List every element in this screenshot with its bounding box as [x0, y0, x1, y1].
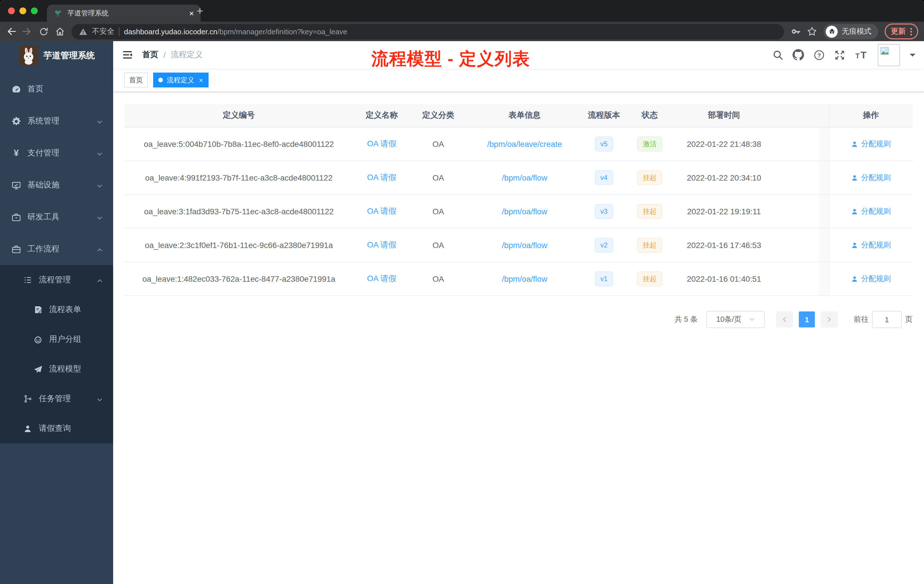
cell-form-link[interactable]: /bpm/oa/flow [502, 207, 548, 216]
goto-page-input[interactable] [872, 311, 902, 328]
chevron-down-icon [97, 214, 103, 223]
avatar-caret-icon[interactable] [910, 53, 916, 59]
browser-tab[interactable]: 芋道管理系统 × [47, 5, 201, 22]
sidebar-item-system[interactable]: 系统管理 [0, 105, 113, 137]
prev-page-button[interactable] [776, 312, 793, 327]
active-dot [158, 78, 163, 82]
chevron-up-icon [97, 277, 103, 286]
sidebar-logo[interactable]: 芋道管理系统 [0, 41, 113, 70]
sidebar-item-process-management[interactable]: 流程管理 [0, 265, 113, 295]
browser-update-button[interactable]: 更新 [884, 23, 918, 40]
cell-definition-id: oa_leave:3:1fad3d93-7b75-11ec-a3c8-acde4… [125, 195, 353, 228]
pagination-total: 共 5 条 [675, 314, 698, 325]
cell-form-link[interactable]: /bpm/oa/leave/create [487, 139, 562, 148]
sidebar-item-label: 请假查询 [39, 424, 71, 434]
breadcrumb-current: 流程定义 [171, 50, 203, 60]
version-badge: v2 [594, 238, 613, 252]
sidebar-item-payment[interactable]: ¥ 支付管理 [0, 137, 113, 169]
assign-rule-button[interactable]: 分配规则 [851, 139, 891, 149]
svg-text:T: T [855, 52, 860, 60]
next-page-button[interactable] [820, 312, 838, 327]
help-icon[interactable]: ? [814, 49, 825, 60]
status-badge: 挂起 [637, 204, 662, 219]
list-tree-icon [23, 276, 33, 285]
fullscreen-icon[interactable] [834, 49, 845, 60]
sidebar-item-task-management[interactable]: 任务管理 [0, 384, 113, 414]
pagination: 共 5 条 10条/页 1 前往 页 [125, 311, 912, 328]
minimize-window-button[interactable] [20, 7, 26, 14]
breadcrumb-home[interactable]: 首页 [142, 50, 158, 60]
sidebar-item-leave-query[interactable]: 请假查询 [0, 414, 113, 444]
sidebar: 芋道管理系统 首页 系统管理 ¥ [0, 41, 113, 584]
cell-definition-name-link[interactable]: OA 请假 [367, 206, 396, 216]
avatar[interactable] [878, 44, 900, 66]
cell-definition-id: oa_leave:1:482ec033-762a-11ec-8477-a2380… [125, 262, 353, 295]
reload-icon[interactable] [39, 26, 49, 36]
close-window-button[interactable] [8, 7, 15, 14]
cell-category: OA [410, 195, 466, 228]
briefcase-icon [12, 244, 21, 254]
back-icon[interactable] [6, 26, 16, 36]
cell-definition-name-link[interactable]: OA 请假 [367, 274, 396, 284]
sidebar-item-workflow[interactable]: 工作流程 [0, 233, 113, 265]
hamburger-icon[interactable] [122, 49, 133, 61]
cell-form-link[interactable]: /bpm/oa/flow [502, 274, 548, 284]
tag-close-icon[interactable]: × [199, 76, 203, 84]
yen-icon: ¥ [12, 148, 21, 158]
cell-definition-name-link[interactable]: OA 请假 [367, 173, 396, 183]
browser-toolbar: 不安全 dashboard.yudao.iocoder.cn/bpm/manag… [0, 22, 924, 41]
cell-form-link[interactable]: /bpm/oa/flow [502, 173, 548, 182]
column-header: 部署时间 [674, 104, 774, 127]
cell-category: OA [410, 127, 466, 160]
cell-deploy-time: 2022-01-16 01:40:51 [674, 262, 774, 295]
tag-process-definition[interactable]: 流程定义 × [153, 73, 208, 87]
cell-category: OA [410, 229, 466, 262]
sidebar-item-process-model[interactable]: 流程模型 [0, 354, 113, 384]
cell-deploy-time: 2022-01-22 21:48:38 [674, 127, 774, 160]
sidebar-item-label: 流程管理 [39, 275, 71, 285]
tab-close-icon[interactable]: × [190, 9, 194, 17]
font-size-icon[interactable]: TT [855, 49, 868, 61]
assign-rule-label: 分配规则 [861, 139, 891, 149]
url-text[interactable]: dashboard.yudao.iocoder.cn/bpm/manager/d… [124, 27, 347, 36]
column-header: 定义名称 [353, 104, 410, 127]
assign-rule-button[interactable]: 分配规则 [851, 240, 891, 250]
search-icon[interactable] [772, 50, 783, 60]
bookmark-star-icon[interactable] [807, 26, 817, 36]
sidebar-item-label: 流程表单 [49, 305, 81, 315]
assign-rule-button[interactable]: 分配规则 [851, 274, 891, 284]
address-bar[interactable]: 不安全 dashboard.yudao.iocoder.cn/bpm/manag… [71, 24, 784, 39]
new-tab-button[interactable]: + [196, 5, 203, 16]
assign-rule-label: 分配规则 [861, 206, 891, 216]
cell-deploy-time: 2022-01-22 20:34:10 [674, 161, 774, 194]
update-label[interactable]: 更新 [891, 26, 906, 36]
tags-view: 首页 流程定义 × [113, 69, 924, 92]
zoom-window-button[interactable] [31, 7, 38, 14]
cell-definition-id: oa_leave:5:004b710b-7b8a-11ec-8ef0-acde4… [125, 127, 353, 160]
cell-form-link[interactable]: /bpm/oa/flow [502, 241, 548, 250]
cell-definition-name-link[interactable]: OA 请假 [367, 240, 396, 250]
password-key-icon[interactable] [790, 26, 800, 36]
not-secure-warning-icon[interactable] [79, 27, 87, 36]
sidebar-item-dev-tools[interactable]: 研发工具 [0, 201, 113, 233]
gear-icon [12, 116, 21, 126]
github-icon[interactable] [792, 49, 804, 61]
page-content: 定义编号 定义名称 定义分类 表单信息 流程版本 状态 部署时间 操作 oa_l… [113, 92, 924, 328]
home-icon[interactable] [55, 26, 65, 36]
sidebar-item-process-form[interactable]: 流程表单 [0, 295, 113, 325]
sidebar-item-infrastructure[interactable]: 基础设施 [0, 169, 113, 201]
forward-icon[interactable] [22, 26, 33, 36]
security-label[interactable]: 不安全 [92, 26, 114, 36]
page-size-select[interactable]: 10条/页 [706, 311, 765, 328]
sidebar-item-user-group[interactable]: 用户分组 [0, 325, 113, 354]
tag-home[interactable]: 首页 [124, 73, 148, 87]
assign-rule-button[interactable]: 分配规则 [851, 173, 891, 183]
page-number-current[interactable]: 1 [799, 312, 815, 327]
column-header: 操作 [828, 104, 912, 127]
cell-definition-name-link[interactable]: OA 请假 [367, 139, 396, 149]
breadcrumb-separator: / [163, 50, 166, 59]
browser-menu-icon[interactable] [910, 28, 912, 35]
table-row: oa_leave:2:3c1f0ef1-76b1-11ec-9c66-a2380… [125, 229, 912, 262]
sidebar-item-home[interactable]: 首页 [0, 73, 113, 105]
assign-rule-button[interactable]: 分配规则 [851, 206, 891, 216]
